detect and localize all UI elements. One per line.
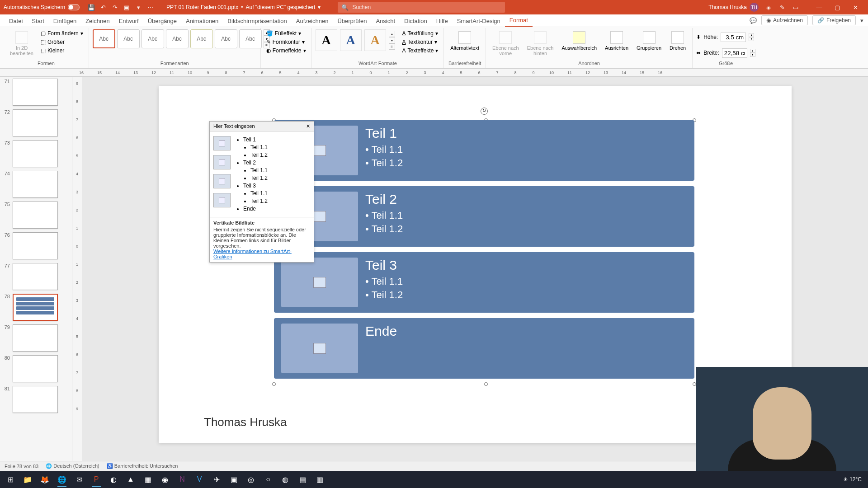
smartart-info-link[interactable]: Weitere Informationen zu SmartArt-Grafik… <box>213 249 292 259</box>
shape-style-gallery[interactable]: Abc Abc Abc Abc Abc Abc Abc ▴▾≡ <box>93 29 270 48</box>
thumbnail-row[interactable]: 81 <box>2 386 70 413</box>
selection-handle[interactable] <box>484 382 488 386</box>
selection-handle[interactable] <box>693 382 696 386</box>
style-item[interactable]: Abc <box>215 29 237 48</box>
tab-dictation[interactable]: Dictation <box>400 15 432 27</box>
redo-icon[interactable]: ↷ <box>111 4 118 11</box>
group-button[interactable]: Gruppieren <box>634 29 664 52</box>
outline-button[interactable]: ✎ Formkontur ▾ <box>264 38 308 46</box>
tab-einfuegen[interactable]: Einfügen <box>49 15 81 27</box>
tab-aufzeichnen[interactable]: Aufzeichnen <box>292 15 333 27</box>
change-shape-button[interactable]: ▢ Form ändern ▾ <box>39 29 85 38</box>
powerpoint-icon[interactable]: P <box>89 472 104 487</box>
smartart-graphic[interactable]: Teil 1• Teil 1.1• Teil 1.2Teil 2• Teil 1… <box>274 120 694 384</box>
undo-icon[interactable]: ↶ <box>99 4 107 11</box>
tab-entwurf[interactable]: Entwurf <box>114 15 143 27</box>
outlook-icon[interactable]: ✉ <box>71 472 87 487</box>
close-icon[interactable]: ✕ <box>306 123 310 129</box>
chrome-icon[interactable]: 🌐 <box>54 472 70 487</box>
tab-hilfe[interactable]: Hilfe <box>432 15 453 27</box>
selection-pane-button[interactable]: Auswahlbereich <box>559 29 599 52</box>
ribbon-collapse-icon[interactable]: ▾ <box>860 17 863 24</box>
qat-overflow-icon[interactable]: ⋯ <box>146 4 154 11</box>
thumbnail-row[interactable]: 72 <box>2 109 70 136</box>
weather-widget[interactable]: ☀ 12°C <box>843 476 862 483</box>
spin-up[interactable]: ▴ <box>749 33 754 37</box>
fill-button[interactable]: 🪣 Fülleffekt ▾ <box>264 29 308 38</box>
smartart-item[interactable]: Teil 3• Teil 1.1• Teil 1.2 <box>274 252 694 313</box>
firefox-icon[interactable]: 🦊 <box>37 472 52 487</box>
tab-ueberpruefen[interactable]: Überprüfen <box>333 15 371 27</box>
tab-smartart-design[interactable]: SmartArt-Design <box>453 15 505 27</box>
app-icon[interactable]: ○ <box>260 472 276 487</box>
bigger-button[interactable]: ⬚ Größer <box>39 38 85 46</box>
tp-thumb[interactable] <box>213 155 231 169</box>
thumbnail-row[interactable]: 80 <box>2 355 70 382</box>
wordart-gallery[interactable]: A A A ▴▾≡ <box>316 29 395 51</box>
width-control[interactable]: ⬌Breite: ▴▾ <box>696 48 755 58</box>
tab-animationen[interactable]: Animationen <box>181 15 223 27</box>
accessibility-check[interactable]: ♿ Barrierefreiheit: Untersuchen <box>107 463 178 469</box>
texteffects-button[interactable]: A Texteffekte ▾ <box>401 47 440 55</box>
smartart-item[interactable]: Teil 2• Teil 1.1• Teil 1.2 <box>274 186 694 247</box>
pen-icon[interactable]: ✎ <box>778 4 786 11</box>
tab-datei[interactable]: Datei <box>5 15 27 27</box>
selection-handle[interactable] <box>272 382 276 386</box>
save-icon[interactable]: 💾 <box>88 4 95 11</box>
thumbnail-row[interactable]: 79 <box>2 324 70 352</box>
style-item[interactable]: Abc <box>166 29 189 48</box>
vlc-icon[interactable]: ▲ <box>123 472 138 487</box>
picture-placeholder[interactable] <box>281 258 358 307</box>
present-icon[interactable]: ▣ <box>123 4 130 11</box>
tp-thumb[interactable] <box>213 174 231 188</box>
onenote-icon[interactable]: N <box>175 472 190 487</box>
align-button[interactable]: Ausrichten <box>602 29 631 52</box>
tp-thumb[interactable] <box>213 193 231 207</box>
thumbnail-row[interactable]: 73 <box>2 140 70 167</box>
start-button[interactable]: ⊞ <box>3 472 18 487</box>
wordart-style[interactable]: A <box>340 29 362 51</box>
smaller-button[interactable]: ⬚ Kleiner <box>39 47 85 55</box>
alttext-button[interactable]: Alternativtext <box>448 29 482 52</box>
text-pane-outline[interactable]: Teil 1Teil 1.1Teil 1.2Teil 2Teil 1.1Teil… <box>234 133 312 215</box>
smartart-text-pane[interactable]: Hier Text eingeben ✕ Teil 1Teil 1.1Teil … <box>209 121 314 263</box>
style-item[interactable]: Abc <box>142 29 164 48</box>
tab-presentation[interactable]: Bildschirmpräsentation <box>223 15 292 27</box>
thumbnail-row[interactable]: 71 <box>2 79 70 106</box>
textoutline-button[interactable]: A Textkontur ▾ <box>401 38 440 46</box>
slide-counter[interactable]: Folie 78 von 83 <box>5 464 38 469</box>
style-item[interactable]: Abc <box>93 29 115 48</box>
wordart-style[interactable]: A <box>364 29 386 51</box>
autosave-toggle[interactable]: Automatisches Speichern <box>4 4 80 10</box>
record-button[interactable]: ◉ Aufzeichnen <box>761 15 808 25</box>
comments-icon[interactable]: 💬 <box>750 17 757 24</box>
tp-thumb[interactable] <box>213 136 231 150</box>
tab-ansicht[interactable]: Ansicht <box>371 15 400 27</box>
search-box[interactable]: 🔍 <box>338 2 505 13</box>
style-item[interactable]: Abc <box>190 29 213 48</box>
language-indicator[interactable]: 🌐 Deutsch (Österreich) <box>46 463 99 469</box>
toggle-switch[interactable] <box>68 4 80 10</box>
obs-icon[interactable]: ◎ <box>243 472 259 487</box>
height-input[interactable] <box>721 33 746 42</box>
window-icon[interactable]: ▭ <box>792 4 799 11</box>
app-icon[interactable]: ▦ <box>140 472 156 487</box>
width-input[interactable] <box>722 48 747 58</box>
spin-down[interactable]: ▾ <box>749 37 754 41</box>
rotate-button[interactable]: Drehen <box>667 29 689 52</box>
app-icon[interactable]: ◐ <box>106 472 121 487</box>
app-icon[interactable]: ▤ <box>295 472 310 487</box>
app-icon[interactable]: ▣ <box>226 472 241 487</box>
tab-zeichnen[interactable]: Zeichnen <box>81 15 114 27</box>
user-account[interactable]: Thomas Hruska TH <box>708 3 759 12</box>
spin-down[interactable]: ▾ <box>750 53 755 57</box>
vscode-icon[interactable]: V <box>192 472 207 487</box>
spin-up[interactable]: ▴ <box>750 49 755 53</box>
thumbnail-row[interactable]: 77 <box>2 263 70 290</box>
close-button[interactable]: ✕ <box>846 1 864 14</box>
thumbnail-row[interactable]: 75 <box>2 202 70 229</box>
tab-format[interactable]: Format <box>505 14 533 27</box>
search-input[interactable] <box>352 4 501 10</box>
minimize-button[interactable]: — <box>810 1 828 14</box>
wordart-style[interactable]: A <box>316 29 337 51</box>
